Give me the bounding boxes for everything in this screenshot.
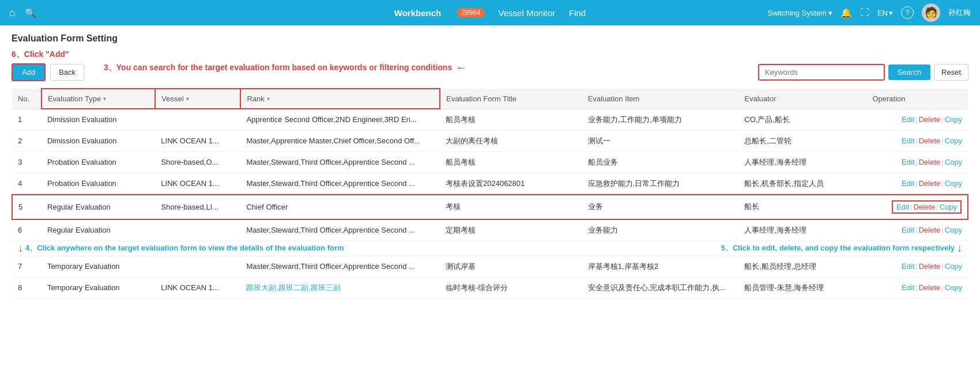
table-row[interactable]: 7Temporary EvaluationMaster,Steward,Thir… bbox=[12, 256, 968, 277]
nav-left: ⌂ 🔍 bbox=[9, 7, 36, 19]
cell-no: 3 bbox=[12, 151, 42, 173]
delete-button[interactable]: Delete bbox=[919, 115, 941, 124]
copy-button[interactable]: Copy bbox=[945, 179, 962, 188]
table-row[interactable]: 5Regular EvaluationShore-based,LI...Chie… bbox=[12, 195, 968, 219]
evaluation-table: No. Evaluation Type ▾ Vessel ▾ Rank bbox=[12, 88, 968, 299]
cell-rank: Apprentice Second Officer,2ND Engineer,3… bbox=[240, 109, 440, 130]
workbench-badge: 28984 bbox=[457, 8, 484, 17]
edit-button[interactable]: Edit bbox=[902, 136, 914, 145]
table-row[interactable]: 6Regular EvaluationMaster,Steward,Third … bbox=[12, 219, 968, 241]
cell-evaluator: CO,产品,船长 bbox=[738, 109, 866, 130]
table-row[interactable]: 1Dimission EvaluationApprentice Second O… bbox=[12, 109, 968, 130]
op-separator: | bbox=[915, 136, 917, 145]
toolbar-area: Add Back 3、You can search for the target… bbox=[12, 63, 968, 81]
delete-button[interactable]: Delete bbox=[919, 158, 941, 166]
copy-button[interactable]: Copy bbox=[945, 158, 962, 166]
bell-icon[interactable]: 🔔 bbox=[840, 7, 852, 18]
edit-button[interactable]: Edit bbox=[902, 179, 914, 188]
vessel-monitor-label[interactable]: Vessel Monitor bbox=[499, 8, 555, 18]
delete-button[interactable]: Delete bbox=[919, 226, 941, 234]
edit-button[interactable]: Edit bbox=[896, 203, 909, 211]
username-label[interactable]: 孙红梅 bbox=[948, 7, 971, 18]
search-button[interactable]: Search bbox=[888, 64, 930, 80]
table-row[interactable]: 8Temporary EvaluationLINK OCEAN 1...跟班大副… bbox=[12, 277, 968, 298]
cell-operation: Edit|Delete|Copy bbox=[866, 277, 968, 298]
main-content: Evaluation Form Setting 6、Click "Add" Ad… bbox=[0, 25, 980, 380]
rank-filter-icon[interactable]: ▾ bbox=[267, 96, 270, 102]
delete-button[interactable]: Delete bbox=[919, 136, 941, 145]
cell-title: 测试岸基 bbox=[440, 256, 582, 277]
find-label[interactable]: Find bbox=[569, 8, 586, 18]
workbench-label[interactable]: Workbench bbox=[394, 8, 441, 18]
cell-operation: Edit|Delete|Copy bbox=[866, 219, 968, 241]
edit-button[interactable]: Edit bbox=[902, 115, 914, 124]
reset-button[interactable]: Reset bbox=[934, 64, 968, 81]
cell-type: Regular Evaluation bbox=[42, 195, 155, 219]
switching-system-button[interactable]: Switching System ▾ bbox=[767, 9, 832, 17]
op-separator: | bbox=[941, 115, 943, 124]
cell-evaluator: 人事经理,海务经理 bbox=[738, 219, 866, 241]
cell-evaluator: 人事经理,海务经理 bbox=[738, 151, 866, 173]
cell-no: 6 bbox=[12, 219, 42, 241]
search-input[interactable] bbox=[758, 64, 885, 81]
cell-item: 测试一 bbox=[582, 130, 739, 151]
help-icon[interactable]: ? bbox=[901, 6, 914, 19]
th-vessel[interactable]: Vessel ▾ bbox=[155, 89, 240, 109]
nav-search-icon[interactable]: 🔍 bbox=[25, 7, 36, 18]
cell-type: Probation Evaluation bbox=[42, 173, 155, 195]
language-selector[interactable]: EN ▾ bbox=[877, 9, 893, 17]
eval-type-filter-icon[interactable]: ▾ bbox=[103, 96, 106, 102]
annotation-4-5-block: ↓ 4、Click anywhere on the target evaluat… bbox=[18, 242, 962, 254]
op-separator: | bbox=[941, 226, 943, 234]
annotation-6: 6、Click "Add" bbox=[12, 50, 968, 60]
cell-type: Probation Evaluation bbox=[42, 151, 155, 173]
cell-type: Temporary Evaluation bbox=[42, 256, 155, 277]
delete-button[interactable]: Delete bbox=[914, 203, 936, 211]
cell-evaluator: 总船长,二管轮 bbox=[738, 130, 866, 151]
edit-button[interactable]: Edit bbox=[902, 226, 914, 234]
table-row[interactable]: 2Dimission EvaluationLINK OCEAN 1...Mast… bbox=[12, 130, 968, 151]
edit-button[interactable]: Edit bbox=[902, 158, 914, 166]
cell-no: 1 bbox=[12, 109, 42, 130]
copy-button[interactable]: Copy bbox=[945, 136, 962, 145]
annotation-row-4-5: ↓ 4、Click anywhere on the target evaluat… bbox=[12, 241, 968, 256]
delete-button[interactable]: Delete bbox=[919, 179, 941, 188]
cell-title: 船员考核 bbox=[440, 109, 582, 130]
cell-operation: Edit|Delete|Copy bbox=[866, 109, 968, 130]
cell-title: 临时考核-综合评分 bbox=[440, 277, 582, 298]
cell-operation: Edit|Delete|Copy bbox=[866, 173, 968, 195]
add-button[interactable]: Add bbox=[12, 63, 46, 81]
fullscreen-icon[interactable]: ⛶ bbox=[860, 7, 869, 18]
copy-button[interactable]: Copy bbox=[940, 203, 957, 211]
cell-vessel: LINK OCEAN 1... bbox=[155, 173, 240, 195]
cell-operation: Edit|Delete|Copy bbox=[866, 256, 968, 277]
back-button[interactable]: Back bbox=[50, 64, 84, 81]
avatar[interactable]: 🧑 bbox=[922, 3, 940, 22]
edit-button[interactable]: Edit bbox=[902, 283, 914, 292]
delete-button[interactable]: Delete bbox=[919, 262, 941, 271]
nav-right: Switching System ▾ 🔔 ⛶ EN ▾ ? 🧑 孙红梅 bbox=[767, 3, 971, 22]
op-separator: | bbox=[941, 136, 943, 145]
cell-rank: Master,Apprentice Master,Chief Officer,S… bbox=[240, 130, 440, 151]
copy-button[interactable]: Copy bbox=[945, 283, 962, 292]
delete-button[interactable]: Delete bbox=[919, 283, 941, 292]
op-separator: | bbox=[915, 158, 917, 166]
cell-item: 应急救护能力,日常工作能力 bbox=[582, 173, 739, 195]
table-row[interactable]: 3Probation EvaluationShore-based,O...Mas… bbox=[12, 151, 968, 173]
cell-vessel bbox=[155, 219, 240, 241]
th-evaluation-type[interactable]: Evaluation Type ▾ bbox=[42, 89, 155, 109]
op-separator: | bbox=[936, 203, 938, 211]
nav-center: Workbench 28984 Vessel Monitor Find bbox=[394, 8, 586, 18]
copy-button[interactable]: Copy bbox=[945, 115, 962, 124]
vessel-filter-icon[interactable]: ▾ bbox=[186, 96, 189, 102]
th-rank[interactable]: Rank ▾ bbox=[240, 89, 440, 109]
edit-button[interactable]: Edit bbox=[902, 262, 914, 271]
copy-button[interactable]: Copy bbox=[945, 226, 962, 234]
cell-title: 定期考核 bbox=[440, 219, 582, 241]
table-row[interactable]: 4Probation EvaluationLINK OCEAN 1...Mast… bbox=[12, 173, 968, 195]
copy-button[interactable]: Copy bbox=[945, 262, 962, 271]
annotation-3-text: 3、You can search for the target evaluati… bbox=[104, 63, 452, 73]
th-operation: Operation bbox=[866, 89, 968, 109]
cell-rank: Master,Steward,Third Officer,Apprentice … bbox=[240, 173, 440, 195]
home-icon[interactable]: ⌂ bbox=[9, 7, 16, 19]
